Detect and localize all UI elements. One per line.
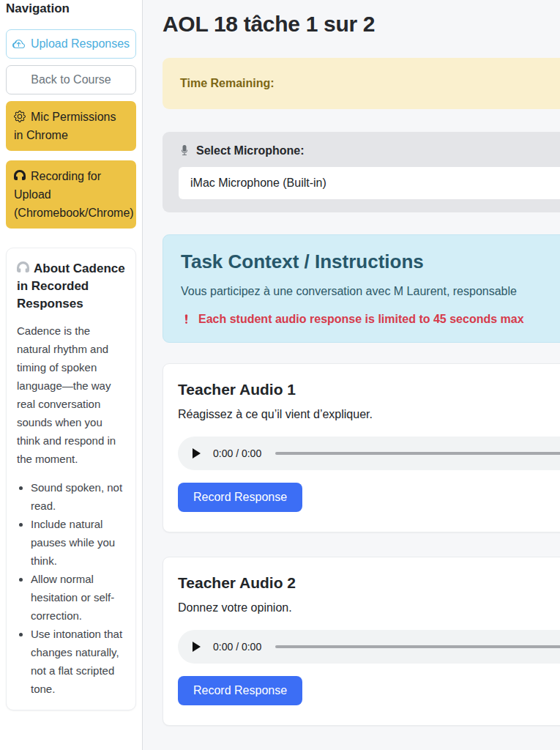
audio-progress-track[interactable] [275, 645, 560, 648]
recording-for-upload-label: Recording for Upload (Chromebook/Chrome) [14, 170, 134, 219]
recording-for-upload-button[interactable]: Recording for Upload (Chromebook/Chrome) [6, 160, 136, 229]
microphone-select-value: iMac Microphone (Built-in) [190, 177, 326, 190]
back-to-course-button[interactable]: Back to Course [6, 65, 136, 94]
about-cadence-title: About Cadence in Recorded Responses [17, 260, 125, 313]
exclamation-icon [181, 313, 192, 324]
teacher-audio-2-card: Teacher Audio 2 Donnez votre opinion. 0:… [163, 557, 560, 726]
task-warning: Each student audio response is limited t… [181, 313, 560, 326]
teacher-audio-1-title: Teacher Audio 1 [178, 381, 560, 398]
task-warning-text: Each student audio response is limited t… [198, 313, 524, 325]
teacher-audio-2-prompt: Donnez votre opinion. [178, 601, 560, 615]
list-item: Sound spoken, not read. [31, 478, 125, 515]
sidebar-heading: Navigation [6, 1, 136, 16]
task-instructions-title: Task Context / Instructions [181, 250, 560, 273]
mic-permissions-button[interactable]: Mic Permissions in Chrome [6, 101, 136, 151]
record-response-button[interactable]: Record Response [178, 676, 302, 705]
gear-icon [14, 111, 26, 122]
list-item: Include natural pauses while you think. [31, 515, 125, 570]
record-response-button[interactable]: Record Response [178, 483, 302, 512]
time-remaining-label: Time Remaining: [180, 77, 275, 89]
play-icon[interactable] [193, 448, 201, 458]
audio-progress-track[interactable] [275, 452, 560, 455]
audio-player[interactable]: 0:00 / 0:00 [178, 630, 560, 664]
main-content: AOL 18 tâche 1 sur 2 Time Remaining: Sel… [143, 0, 560, 750]
cloud-upload-icon [12, 38, 25, 51]
upload-responses-label: Upload Responses [31, 37, 130, 51]
task-instructions-box: Task Context / Instructions Vous partici… [163, 234, 560, 343]
audio-time: 0:00 / 0:00 [213, 641, 261, 653]
audio-time: 0:00 / 0:00 [213, 448, 261, 459]
microphone-icon [179, 144, 190, 156]
headphones-icon [17, 261, 29, 274]
headphones-icon [14, 170, 26, 182]
back-to-course-label: Back to Course [31, 73, 111, 86]
audio-player[interactable]: 0:00 / 0:00 [178, 437, 560, 470]
task-instructions-body: Vous participez à une conversation avec … [181, 283, 560, 300]
upload-responses-button[interactable]: Upload Responses [6, 29, 136, 59]
about-cadence-body: Cadence is the natural rhythm and timing… [17, 322, 125, 468]
time-remaining-banner: Time Remaining: [163, 58, 560, 109]
microphone-select[interactable]: iMac Microphone (Built-in) [179, 167, 560, 199]
teacher-audio-2-title: Teacher Audio 2 [178, 574, 560, 592]
mic-permissions-label: Mic Permissions in Chrome [14, 111, 116, 141]
page-title: AOL 18 tâche 1 sur 2 [163, 12, 560, 37]
select-microphone-label: Select Microphone: [179, 144, 560, 157]
about-cadence-card: About Cadence in Recorded Responses Cade… [6, 248, 136, 710]
list-item: Use intonation that changes naturally, n… [31, 625, 125, 698]
list-item: Allow normal hesitation or self-correcti… [31, 570, 125, 625]
sidebar: Navigation Upload Responses Back to Cour… [0, 0, 143, 750]
teacher-audio-1-prompt: Réagissez à ce qu’il vient d’expliquer. [178, 408, 560, 421]
about-cadence-list: Sound spoken, not read. Include natural … [17, 478, 125, 698]
play-icon[interactable] [193, 642, 201, 652]
microphone-section: Select Microphone: iMac Microphone (Buil… [163, 132, 560, 212]
teacher-audio-1-card: Teacher Audio 1 Réagissez à ce qu’il vie… [163, 363, 560, 532]
